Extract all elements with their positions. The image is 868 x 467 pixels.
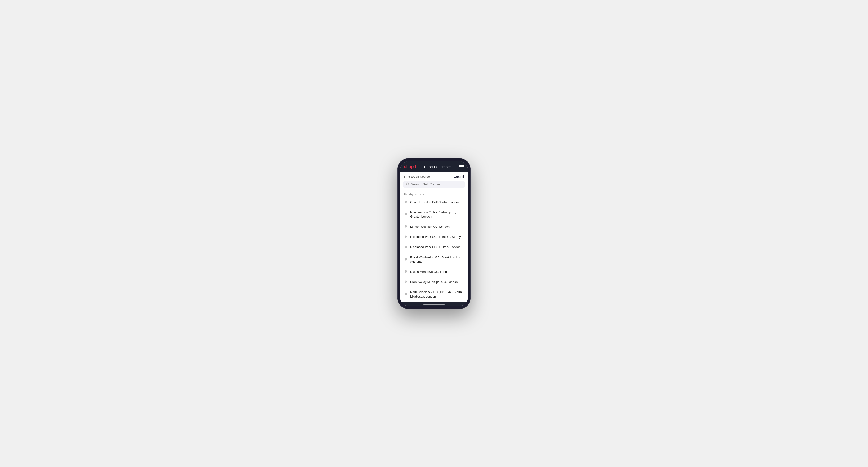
list-item[interactable]: Roehampton Club - Roehampton, Greater Lo…	[400, 208, 468, 222]
pin-icon	[404, 225, 408, 229]
pin-icon	[404, 245, 408, 249]
list-item[interactable]: Royal Wimbledon GC, Great London Authori…	[400, 252, 468, 267]
pin-icon	[404, 270, 408, 274]
home-bar	[423, 304, 445, 305]
search-icon	[406, 182, 409, 186]
pin-icon	[404, 235, 408, 239]
menu-icon[interactable]	[459, 165, 464, 168]
course-name: North Middlesex GC (1011942 - North Midd…	[410, 290, 464, 299]
course-name: Richmond Park GC - Duke's, London	[410, 245, 460, 249]
phone-frame: clippd Recent Searches Find a Golf Cours…	[397, 158, 471, 309]
list-item[interactable]: Central London Golf Centre, London	[400, 197, 468, 208]
cancel-button[interactable]: Cancel	[454, 175, 464, 179]
course-list: Central London Golf Centre, London Roeha…	[400, 197, 468, 302]
course-name: Roehampton Club - Roehampton, Greater Lo…	[410, 210, 464, 219]
phone-screen: clippd Recent Searches Find a Golf Cours…	[400, 161, 468, 306]
app-logo: clippd	[404, 164, 416, 169]
course-name: Dukes Meadows GC, London	[410, 270, 450, 274]
course-name: London Scottish GC, London	[410, 225, 450, 229]
find-label: Find a Golf Course	[404, 175, 430, 178]
course-name: Central London Golf Centre, London	[410, 200, 460, 205]
list-item[interactable]: London Scottish GC, London	[400, 222, 468, 232]
content-area: Find a Golf Course Cancel Nearby courses	[400, 172, 468, 302]
pin-icon	[404, 280, 408, 284]
list-item[interactable]: North Middlesex GC (1011942 - North Midd…	[400, 287, 468, 302]
pin-icon	[404, 213, 408, 216]
course-name: Brent Valley Municipal GC, London	[410, 280, 458, 284]
search-box[interactable]	[403, 181, 465, 188]
list-item[interactable]: Richmond Park GC - Duke's, London	[400, 242, 468, 252]
nav-title: Recent Searches	[424, 165, 451, 169]
search-input[interactable]	[411, 182, 462, 186]
home-indicator	[400, 302, 468, 306]
svg-line-1	[408, 185, 409, 185]
nearby-section-label: Nearby courses	[400, 191, 468, 197]
find-header: Find a Golf Course Cancel	[400, 172, 468, 181]
pin-icon	[404, 200, 408, 204]
course-name: Royal Wimbledon GC, Great London Authori…	[410, 255, 464, 264]
course-name: Richmond Park GC - Prince's, Surrey	[410, 235, 461, 239]
pin-icon	[404, 292, 408, 297]
nav-bar: clippd Recent Searches	[400, 161, 468, 172]
list-item[interactable]: Brent Valley Municipal GC, London	[400, 277, 468, 287]
pin-icon	[404, 258, 408, 261]
list-item[interactable]: Dukes Meadows GC, London	[400, 267, 468, 277]
list-item[interactable]: Richmond Park GC - Prince's, Surrey	[400, 232, 468, 242]
